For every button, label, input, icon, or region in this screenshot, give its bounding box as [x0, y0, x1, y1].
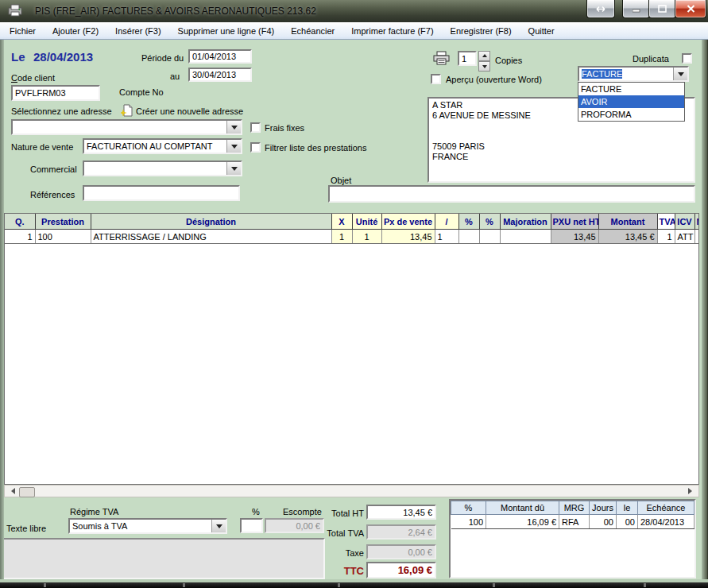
references-label: Références — [30, 190, 75, 199]
commercial-combo-arrow[interactable] — [226, 162, 241, 175]
cell-prestation[interactable]: 100 — [35, 230, 91, 244]
close-button[interactable] — [675, 0, 706, 18]
title-bar[interactable]: PIS (FRE_AIR) FACTURES & AVOIRS AERONAUT… — [0, 0, 708, 23]
cell-designation[interactable]: ATTERRISSAGE / LANDING — [91, 230, 331, 244]
swap-icon — [594, 6, 607, 13]
adresse-combo-arrow[interactable] — [226, 121, 241, 133]
commercial-label: Commercial — [30, 164, 77, 174]
doctype-dropdown-list: FACTURE AVOIR PROFORMA — [578, 82, 685, 122]
cell-pct-2[interactable] — [479, 230, 500, 244]
duplicata-checkbox[interactable] — [682, 53, 692, 64]
col-tva: TVA — [657, 214, 675, 230]
apercu-label: Aperçu (ouverture Word) — [446, 75, 542, 84]
menu-quitter[interactable]: Quitter — [528, 26, 555, 36]
chevron-down-icon — [482, 65, 487, 71]
cell-px-de-vente[interactable]: 13,45 — [381, 230, 435, 244]
cell-majoration[interactable] — [500, 230, 551, 244]
au-label: au — [170, 72, 180, 81]
cell-pct-1[interactable] — [458, 230, 479, 244]
minimize-button[interactable] — [622, 0, 650, 18]
chevron-down-icon — [678, 72, 684, 79]
col-x: X — [331, 214, 352, 230]
col-le: le — [617, 501, 638, 515]
cell-unite[interactable]: 1 — [352, 230, 381, 244]
col-prestation: Prestation — [35, 214, 91, 230]
menu-echeancier[interactable]: Echéancier — [291, 26, 335, 36]
apercu-checkbox[interactable] — [431, 74, 441, 84]
periode-au-input[interactable] — [188, 68, 252, 82]
scrollbar-thumb[interactable] — [19, 487, 35, 497]
new-document-icon[interactable] — [121, 104, 133, 117]
adresse-combo[interactable] — [11, 119, 242, 135]
cell-partial[interactable] — [694, 230, 698, 244]
doctype-combo[interactable]: FACTURE — [578, 66, 689, 82]
doctype-combo-arrow[interactable] — [673, 68, 687, 80]
cell-tva[interactable]: 1 — [657, 230, 675, 244]
echeancier-panel: % Montant dû MRG Jours le Echéance 100 1… — [449, 499, 696, 578]
echeancier-header-row: % Montant dû MRG Jours le Echéance — [451, 501, 694, 515]
horizontal-scrollbar[interactable] — [4, 485, 699, 497]
col-q: Q. — [5, 214, 35, 230]
menu-ajouter[interactable]: Ajouter (F2) — [52, 26, 99, 36]
compte-no-label: Compte No — [119, 87, 164, 97]
scroll-left-icon[interactable] — [8, 488, 15, 494]
texte-libre-box[interactable] — [2, 538, 325, 579]
filtrer-prestations-checkbox[interactable] — [250, 142, 261, 153]
doctype-option-proforma[interactable]: PROFORMA — [578, 108, 684, 121]
cell-echeance[interactable]: 28/04/2013 — [638, 515, 694, 529]
escompte-pct-input[interactable] — [240, 518, 263, 533]
menu-imprimer-facture[interactable]: Imprimer facture (F7) — [351, 26, 433, 36]
commercial-combo[interactable] — [83, 161, 242, 176]
maximize-button[interactable] — [648, 0, 676, 18]
total-ht-input[interactable] — [366, 505, 436, 520]
references-input[interactable] — [83, 185, 240, 201]
window-title: PIS (FRE_AIR) FACTURES & AVOIRS AERONAUT… — [35, 6, 316, 17]
escompte-input — [265, 518, 324, 533]
prestations-table: Q. Prestation Désignation X Unité Px de … — [4, 213, 699, 485]
col-partial: M — [694, 214, 698, 230]
grid-header-row: Q. Prestation Désignation X Unité Px de … — [5, 214, 698, 230]
regime-tva-combo[interactable]: Soumis à TVA — [68, 518, 227, 534]
cell-le[interactable]: 00 — [617, 515, 638, 529]
menu-supprimer-ligne[interactable]: Supprimer une ligne (F4) — [178, 26, 275, 36]
taskbar-sliver — [0, 582, 708, 588]
cell-slash[interactable]: 1 — [435, 230, 458, 244]
doctype-option-facture[interactable]: FACTURE — [578, 83, 684, 95]
menu-enregistrer[interactable]: Enregistrer (F8) — [451, 26, 512, 36]
menu-bar: Fichier Ajouter (F2) Insérer (F3) Suppri… — [0, 22, 708, 40]
col-majoration: Majoration — [500, 214, 551, 230]
cell-x[interactable]: 1 — [331, 230, 352, 244]
regime-tva-value: Soumis à TVA — [70, 521, 211, 531]
objet-input[interactable] — [328, 185, 695, 203]
cell-icv[interactable]: ATT — [675, 230, 694, 244]
cell-mrg[interactable]: RFA — [559, 515, 590, 529]
app-icon — [8, 4, 22, 17]
copies-spinner[interactable] — [478, 51, 490, 66]
cell-q[interactable]: 1 — [5, 230, 35, 244]
cell-montant[interactable]: 13,45 € — [598, 230, 657, 244]
regime-tva-label: Régime TVA — [70, 507, 118, 516]
window-border-right — [702, 40, 708, 582]
copies-input[interactable] — [458, 51, 477, 66]
doctype-option-avoir[interactable]: AVOIR — [578, 95, 684, 108]
menu-inserer[interactable]: Insérer (F3) — [115, 26, 161, 36]
cell-jours[interactable]: 00 — [590, 515, 617, 529]
periode-du-input[interactable] — [188, 49, 252, 64]
chevron-up-icon — [482, 52, 487, 57]
code-client-input[interactable] — [11, 85, 100, 101]
cell-pct[interactable]: 100 — [451, 515, 486, 529]
cell-pxu-net-ht[interactable]: 13,45 — [551, 230, 598, 244]
cell-montant-du[interactable]: 16,09 € — [486, 515, 559, 529]
spinner-up-button[interactable] — [478, 51, 490, 61]
echeancier-data-row: 100 16,09 € RFA 00 00 28/04/2013 — [451, 515, 694, 529]
nature-vente-combo-arrow[interactable] — [226, 140, 241, 153]
col-slash: / — [435, 214, 458, 230]
creer-adresse-link[interactable]: Créer une nouvelle adresse — [136, 106, 243, 116]
menu-fichier[interactable]: Fichier — [10, 26, 36, 36]
nature-vente-combo[interactable]: FACTURATION AU COMPTANT — [83, 138, 242, 154]
regime-tva-combo-arrow[interactable] — [211, 520, 226, 532]
spinner-down-button[interactable] — [478, 61, 490, 72]
swap-window-button[interactable] — [586, 0, 615, 18]
frais-fixes-checkbox[interactable] — [250, 122, 261, 133]
scroll-right-icon[interactable] — [688, 488, 695, 494]
